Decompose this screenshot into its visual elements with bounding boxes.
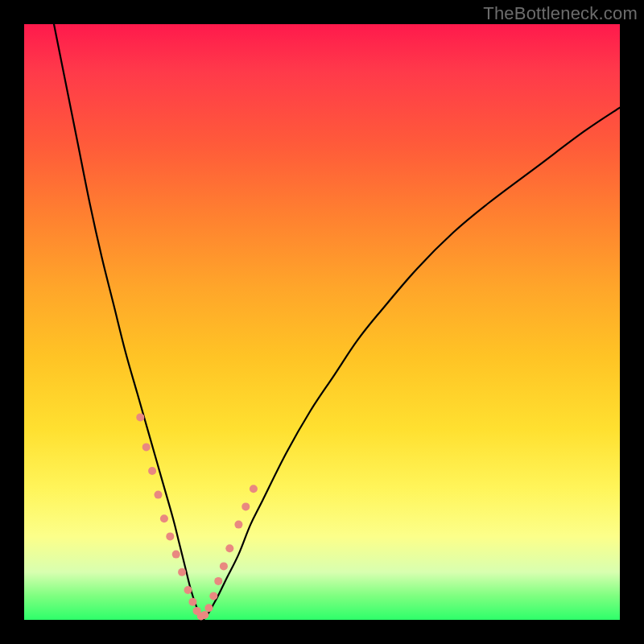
highlight-marker xyxy=(142,443,151,451)
bottleneck-curve xyxy=(54,24,620,620)
highlight-marker xyxy=(204,604,213,612)
highlight-marker xyxy=(166,532,174,540)
highlight-marker xyxy=(188,598,196,606)
plot-area xyxy=(24,24,620,620)
highlight-marker xyxy=(214,577,222,585)
highlight-marker xyxy=(172,551,180,559)
highlight-marker xyxy=(220,562,228,570)
highlight-marker xyxy=(234,521,242,529)
highlight-marker xyxy=(178,568,186,576)
watermark-text: TheBottleneck.com xyxy=(483,3,638,24)
highlight-markers xyxy=(136,413,258,620)
highlight-marker xyxy=(242,502,250,510)
curve-svg xyxy=(24,24,620,620)
highlight-marker xyxy=(184,586,192,594)
highlight-marker xyxy=(209,592,217,600)
highlight-marker xyxy=(200,611,208,619)
chart-frame: TheBottleneck.com xyxy=(0,0,644,644)
highlight-marker xyxy=(148,467,156,475)
highlight-marker xyxy=(160,514,168,522)
highlight-marker xyxy=(136,413,144,421)
highlight-marker xyxy=(225,544,233,552)
highlight-marker xyxy=(250,485,258,493)
highlight-marker xyxy=(155,491,163,499)
